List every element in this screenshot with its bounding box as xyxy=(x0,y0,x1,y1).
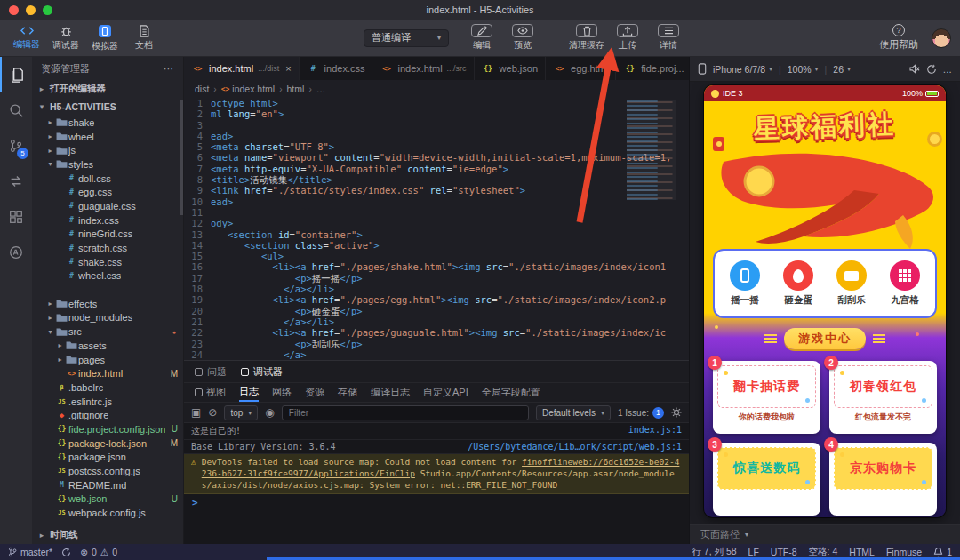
user-avatar[interactable] xyxy=(932,28,951,48)
help-button[interactable]: ? 使用帮助 xyxy=(876,24,921,52)
edit-button[interactable]: 编辑 xyxy=(461,24,502,52)
menu-item-九宫格[interactable]: 九宫格 xyxy=(882,260,928,307)
explorer-activity-icon[interactable] xyxy=(0,57,32,92)
breadcrumb-item[interactable]: dist xyxy=(195,84,209,94)
debugger-mode-button[interactable]: 调试器 xyxy=(46,25,85,52)
encoding-indicator[interactable]: UTF-8 xyxy=(771,547,797,557)
code-line[interactable]: 17 <p>摇一摇</p> xyxy=(184,273,689,284)
cursor-position[interactable]: 行 7, 列 58 xyxy=(692,546,736,558)
file-item-web.json[interactable]: {}web.jsonU xyxy=(32,492,183,507)
console-log-row[interactable]: 这是自己的! index.js:1 xyxy=(184,423,689,440)
file-item-.gitignore[interactable]: ◆.gitignore xyxy=(32,408,183,422)
file-item-src[interactable]: ▾src● xyxy=(32,324,183,339)
coupon-card-惊喜送数码[interactable]: 3惊喜送数码 xyxy=(713,443,820,516)
console-warning-row[interactable]: ⚠ DevTools failed to load source map: Co… xyxy=(184,454,689,494)
code-line[interactable]: 9<link href="./static/styles/index.css" … xyxy=(184,185,689,196)
code-line[interactable]: 5<meta charset="UTF-8"> xyxy=(184,141,689,152)
log-source-link[interactable]: /Users/bytedance/Lib…ork/script/web.js:1 xyxy=(468,442,682,452)
file-item-guaguale.css[interactable]: #guaguale.css xyxy=(32,199,183,213)
source-control-activity-icon[interactable]: 5 xyxy=(0,128,32,164)
page-path-bar[interactable]: 页面路径 ▾ xyxy=(690,524,960,544)
sync-activity-icon[interactable] xyxy=(0,164,32,199)
code-line[interactable]: 23 <p>刮刮乐</p> xyxy=(184,339,689,349)
editor-tab-fide.proj...[interactable]: {}fide.proj... xyxy=(616,57,692,80)
file-item-scratch.css[interactable]: #scratch.css xyxy=(32,241,183,255)
code-line[interactable]: 10ead> xyxy=(184,196,689,207)
console-prompt[interactable]: > xyxy=(184,494,689,511)
subtab-存储[interactable]: 存储 xyxy=(338,383,357,402)
compile-mode-select[interactable]: 普通编译 ▾ xyxy=(364,29,449,47)
code-line[interactable]: 6<meta name="viewport" content="width=de… xyxy=(184,152,689,163)
breadcrumb-item[interactable]: html xyxy=(287,84,305,94)
eol-indicator[interactable]: LF xyxy=(748,547,759,557)
file-item-postcss.config.js[interactable]: JSpostcss.config.js xyxy=(32,464,183,478)
file-item-package.json[interactable]: {}package.json xyxy=(32,451,183,465)
editor-tab-index.html[interactable]: <>index.html.../src xyxy=(372,57,474,80)
code-line[interactable]: 11 xyxy=(184,207,689,218)
editor-tab-web.json[interactable]: {}web.json xyxy=(475,57,546,80)
linter-indicator[interactable]: Finmuse xyxy=(886,547,922,557)
file-item-styles[interactable]: ▾styles xyxy=(32,157,183,172)
code-line[interactable]: 18 </a></li> xyxy=(184,284,689,294)
file-item-.babelrc[interactable]: β.babelrc xyxy=(32,380,183,395)
git-branch-indicator[interactable]: master* xyxy=(8,547,52,557)
file-item-egg.css[interactable]: #egg.css xyxy=(32,185,183,199)
subtab-资源[interactable]: 资源 xyxy=(305,383,324,402)
extensions-activity-icon[interactable] xyxy=(0,199,32,235)
issues-counter[interactable]: 1 Issue:1 xyxy=(618,407,664,419)
editor-tab-egg.html[interactable]: <>egg.html xyxy=(546,57,616,80)
file-item-doll.css[interactable]: #doll.css xyxy=(32,172,183,186)
console-log-row[interactable]: Base Library Version: 3.6.4 /Users/byted… xyxy=(184,440,689,454)
subtab-全局字段配置[interactable]: 全局字段配置 xyxy=(482,383,540,402)
file-item-shake[interactable]: ▸shake xyxy=(32,116,183,130)
subtab-自定义API[interactable]: 自定义API xyxy=(423,383,468,402)
more-icon[interactable]: … xyxy=(943,64,953,75)
debugger-tab[interactable]: 调试器 xyxy=(241,365,283,379)
subtab-视图[interactable]: 视图 xyxy=(195,383,226,402)
minimap[interactable] xyxy=(627,100,676,200)
code-line[interactable]: 13 <section id="container"> xyxy=(184,229,689,240)
file-item-shake.css[interactable]: #shake.css xyxy=(32,255,183,269)
device-select[interactable]: iPhone 6/7/8▾ xyxy=(713,64,772,75)
log-levels-select[interactable]: Default levels▾ xyxy=(536,405,611,420)
console-settings-icon[interactable] xyxy=(671,407,682,418)
code-line[interactable]: 12ody> xyxy=(184,218,689,228)
file-item-js[interactable]: ▸js xyxy=(32,143,183,157)
code-line[interactable]: 22 <li><a href="./pages/guaguale.html"><… xyxy=(184,327,689,338)
subtab-编译日志[interactable]: 编译日志 xyxy=(371,383,410,402)
mute-icon[interactable] xyxy=(909,64,920,74)
game-center-button[interactable]: 游戏中心 xyxy=(784,328,866,349)
breadcrumb-item[interactable]: … xyxy=(316,84,326,94)
file-item-nineGrid.css[interactable]: #nineGrid.css xyxy=(32,228,183,242)
code-line[interactable]: 8<title>活动镜集</title> xyxy=(184,174,689,185)
file-item-assets[interactable]: ▸assets xyxy=(32,339,183,353)
editor-tab-index.css[interactable]: #index.css xyxy=(300,57,373,80)
code-line[interactable]: 3 xyxy=(184,120,689,131)
frame-select[interactable]: top▾ xyxy=(224,405,258,420)
clear-console-icon[interactable]: ⊘ xyxy=(208,406,217,419)
coupon-card-京东购物卡[interactable]: 4京东购物卡 xyxy=(829,443,937,516)
code-line[interactable]: 19 <li><a href="./pages/egg.html"><img s… xyxy=(184,294,689,305)
more-actions-icon[interactable]: ⋯ xyxy=(164,63,174,75)
file-item-.eslintrc.js[interactable]: JS.eslintrc.js xyxy=(32,395,183,409)
code-line[interactable]: 7<meta http-equiv="X-UA-Compatible" cont… xyxy=(184,164,689,174)
code-line[interactable]: 2ml lang="en"> xyxy=(184,108,689,119)
editor-mode-button[interactable]: 编辑器 xyxy=(7,25,46,51)
breadcrumb-item[interactable]: <>index.html xyxy=(221,84,276,94)
menu-item-摇一摇[interactable]: 摇一摇 xyxy=(722,260,768,307)
language-indicator[interactable]: HTML xyxy=(849,547,875,557)
timeline-section[interactable]: ▸ 时间线 xyxy=(32,526,183,544)
menu-item-刮刮乐[interactable]: 刮刮乐 xyxy=(828,260,875,307)
sync-indicator[interactable] xyxy=(61,548,71,557)
file-item-node_modules[interactable]: ▸node_modules xyxy=(32,311,183,325)
file-item-effects[interactable]: ▸effects xyxy=(32,297,183,311)
subtab-日志[interactable]: 日志 xyxy=(239,383,259,402)
subtab-网络[interactable]: 网络 xyxy=(272,383,292,402)
log-source-link[interactable]: index.js:1 xyxy=(628,425,682,437)
simulator-mode-button[interactable]: 模拟器 xyxy=(85,24,124,52)
indent-indicator[interactable]: 空格: 4 xyxy=(809,546,838,558)
ai-activity-icon[interactable] xyxy=(0,235,32,270)
file-item-webpack.config.js[interactable]: JSwebpack.config.js xyxy=(32,506,183,520)
code-line[interactable]: 21 </a></li> xyxy=(184,316,689,327)
code-line[interactable]: 24 </a> xyxy=(184,349,689,360)
